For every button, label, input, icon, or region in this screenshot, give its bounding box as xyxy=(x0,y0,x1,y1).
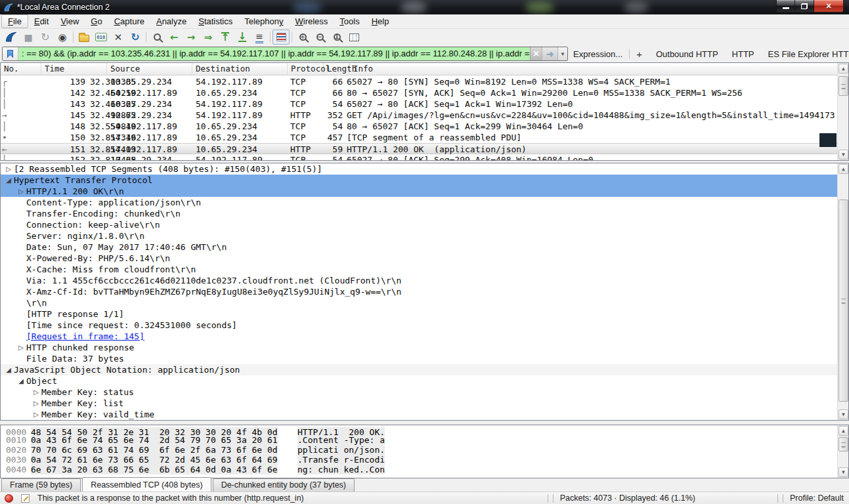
expander-collapsed-icon[interactable]: ▷ xyxy=(16,342,26,353)
column-header-source[interactable]: Source xyxy=(107,63,192,75)
expander-expanded-icon[interactable]: ◢ xyxy=(16,375,26,387)
column-header-length[interactable]: Length xyxy=(324,63,350,75)
detail-x-cache[interactable]: X-Cache: Miss from cloudfront\r\n xyxy=(1,264,837,275)
minimize-button[interactable] xyxy=(776,0,795,12)
expander-expanded-icon[interactable]: ◢ xyxy=(3,175,14,186)
packet-row-150[interactable]: • 150 32.817346 54.192.117.89 10.65.29.2… xyxy=(1,132,837,143)
filter-shortcut-outbound-http[interactable]: Outbound HTTP xyxy=(656,49,718,59)
menu-edit[interactable]: Edit xyxy=(28,15,54,28)
expander-collapsed-icon[interactable]: ▷ xyxy=(31,409,41,420)
capture-comment-icon[interactable] xyxy=(21,494,30,503)
menu-help[interactable]: Help xyxy=(366,15,395,28)
detail-http-response[interactable]: [HTTP response 1/1] xyxy=(1,308,837,320)
detail-time-since-request[interactable]: [Time since request: 0.324531000 seconds… xyxy=(1,320,837,331)
column-header-no[interactable]: No. xyxy=(1,63,41,75)
column-header-destination[interactable]: Destination xyxy=(192,63,288,75)
detail-http-protocol-selected[interactable]: ◢Hypertext Transfer Protocol xyxy=(1,175,837,186)
colorize-button[interactable] xyxy=(272,30,290,45)
scrollbar-thumb[interactable] xyxy=(838,76,848,96)
detail-http-status-line[interactable]: ▷HTTP/1.1 200 OK\r\n xyxy=(1,186,837,197)
tab-frame-bytes[interactable]: Frame (59 bytes) xyxy=(1,478,81,492)
detail-http-chunked-response[interactable]: ▷HTTP chunked response xyxy=(1,342,837,353)
detail-via[interactable]: Via: 1.1 455cf6ccbccc261c46d02110de1c023… xyxy=(1,275,837,286)
detail-x-amz-cf-id[interactable]: X-Amz-Cf-Id: bvTTaHMbyn9EhZMZ67prNqE8yIu… xyxy=(1,286,837,297)
detail-file-data[interactable]: File Data: 37 bytes xyxy=(1,353,837,364)
detail-crlf[interactable]: \r\n xyxy=(1,297,837,308)
detail-member-key-list[interactable]: ▷Member Key: list xyxy=(1,398,837,409)
packet-row-145[interactable]: → 145 32.492872 10.65.29.234 54.192.117.… xyxy=(1,110,837,121)
menu-tools[interactable]: Tools xyxy=(334,15,365,28)
scroll-down-arrow[interactable]: ▼ xyxy=(838,467,848,477)
column-header-protocol[interactable]: Protocol xyxy=(288,63,324,75)
title-bar[interactable]: *Local Area Connection 2 × xyxy=(0,0,849,14)
capture-options-button[interactable]: ◉ xyxy=(54,30,71,45)
details-scrollbar[interactable]: ▲ ▼ xyxy=(837,163,848,420)
auto-scroll-button[interactable]: ≡ xyxy=(251,30,268,45)
menu-telephony[interactable]: Telephony xyxy=(238,15,289,28)
filter-dropdown-button[interactable]: ▼ xyxy=(557,47,567,60)
close-button[interactable]: × xyxy=(814,0,844,12)
scrollbar-thumb[interactable] xyxy=(838,200,848,402)
column-header-info[interactable]: Info xyxy=(350,63,837,75)
profile-indicator[interactable]: Profile: Default xyxy=(790,494,844,503)
expander-collapsed-icon[interactable]: ▷ xyxy=(31,398,41,409)
hex-row[interactable]: 0020 70 70 6c 69 63 61 74 69 6f 6e 2f 6a… xyxy=(1,445,848,455)
close-file-button[interactable]: ✕ xyxy=(110,30,127,45)
column-header-time[interactable]: Time xyxy=(41,63,107,75)
tab-dechunked-entity-body[interactable]: De-chunked entity body (37 bytes) xyxy=(213,478,355,492)
menu-capture[interactable]: Capture xyxy=(108,15,150,28)
packet-row-148[interactable]: │ 148 32.559840 54.192.117.89 10.65.29.2… xyxy=(1,121,837,132)
filter-clear-button[interactable]: ✕ xyxy=(530,47,542,60)
scroll-up-arrow[interactable]: ▲ xyxy=(838,64,848,74)
start-capture-button[interactable] xyxy=(3,30,20,45)
scrollbar-thumb[interactable] xyxy=(838,437,848,452)
packet-row-151-selected[interactable]: ← 151 32.817403 54.192.117.89 10.65.29.2… xyxy=(1,143,837,154)
detail-transfer-encoding[interactable]: Transfer-Encoding: chunked\r\n xyxy=(1,208,837,219)
go-back-button[interactable]: ← xyxy=(165,30,183,45)
menu-view[interactable]: View xyxy=(54,15,85,28)
open-file-button[interactable] xyxy=(76,30,93,45)
expert-info-icon[interactable] xyxy=(5,494,13,503)
expander-collapsed-icon[interactable]: ▷ xyxy=(31,387,41,398)
detail-server[interactable]: Server: nginx/1.8.0\r\n xyxy=(1,230,837,242)
scroll-down-arrow[interactable]: ▼ xyxy=(838,150,848,159)
add-filter-shortcut-button[interactable]: + xyxy=(636,49,642,60)
packet-row-139[interactable]: ┌ 139 32.303335 10.65.29.234 54.192.117.… xyxy=(1,76,837,87)
zoom-out-button[interactable]: − xyxy=(311,30,328,45)
detail-json-protocol[interactable]: ◢JavaScript Object Notation: application… xyxy=(1,364,837,375)
hex-scrollbar[interactable]: ▲ ▼ xyxy=(837,425,848,478)
stop-capture-button[interactable]: ■ xyxy=(20,30,37,45)
menu-wireless[interactable]: Wireless xyxy=(290,15,334,28)
detail-date[interactable]: Date: Sun, 07 May 2017 17:40:46 GMT\r\n xyxy=(1,242,837,253)
detail-member-key-vaild-time[interactable]: ▷Member Key: vaild_time xyxy=(1,409,837,420)
menu-analyze[interactable]: Analyze xyxy=(150,15,192,28)
hex-row[interactable]: 0040 6e 67 3a 20 63 68 75 6e 6b 65 64 0d… xyxy=(1,465,848,474)
expander-expanded-icon[interactable]: ◢ xyxy=(3,364,14,375)
scroll-down-arrow[interactable]: ▼ xyxy=(838,410,848,419)
go-forward-button[interactable]: → xyxy=(183,30,200,45)
detail-reassembled-segments[interactable]: ▷[2 Reassembled TCP Segments (408 bytes)… xyxy=(1,163,837,175)
menu-statistics[interactable]: Statistics xyxy=(192,15,238,28)
menu-file[interactable]: File xyxy=(1,14,28,28)
filter-shortcut-es-file-explorer-http[interactable]: ES File Explorer HTTP xyxy=(768,49,849,59)
expander-collapsed-icon[interactable]: ▷ xyxy=(3,163,14,175)
detail-x-powered-by[interactable]: X-Powered-By: PHP/5.6.14\r\n xyxy=(1,253,837,264)
packet-list-scrollbar[interactable]: ▲ ▼ xyxy=(837,63,848,160)
detail-connection[interactable]: Connection: keep-alive\r\n xyxy=(1,219,837,230)
filter-apply-button[interactable]: ➜ xyxy=(542,47,557,60)
packet-row-142[interactable]: │ 142 32.460250 54.192.117.89 10.65.29.2… xyxy=(1,87,837,98)
resize-columns-button[interactable] xyxy=(345,30,362,45)
zoom-original-button[interactable]: 1 xyxy=(328,30,345,45)
filter-shortcut-http[interactable]: HTTP xyxy=(732,49,754,59)
reload-file-button[interactable]: ↻ xyxy=(127,30,144,45)
packet-row-152-clipped[interactable]: │ 152 32.817438 10.65.29.234 54.192.117.… xyxy=(1,154,837,161)
restart-capture-button[interactable]: ↻ xyxy=(37,30,54,45)
hex-row[interactable]: 0030 0a 54 72 61 6e 73 66 65 72 2d 45 6e… xyxy=(1,455,848,465)
restore-button[interactable] xyxy=(795,0,814,12)
display-filter-input[interactable]: : == 80) && (ip.addr == 103.235.46.231 |… xyxy=(18,47,530,60)
filter-bookmark-button[interactable] xyxy=(3,47,18,60)
hex-row[interactable]: 0010 0a 43 6f 6e 74 65 6e 74 2d 54 79 70… xyxy=(1,435,848,445)
detail-json-object[interactable]: ◢Object xyxy=(1,375,837,387)
packet-row-143[interactable]: │ 143 32.460327 10.65.29.234 54.192.117.… xyxy=(1,98,837,110)
detail-content-type[interactable]: Content-Type: application/json\r\n xyxy=(1,197,837,208)
